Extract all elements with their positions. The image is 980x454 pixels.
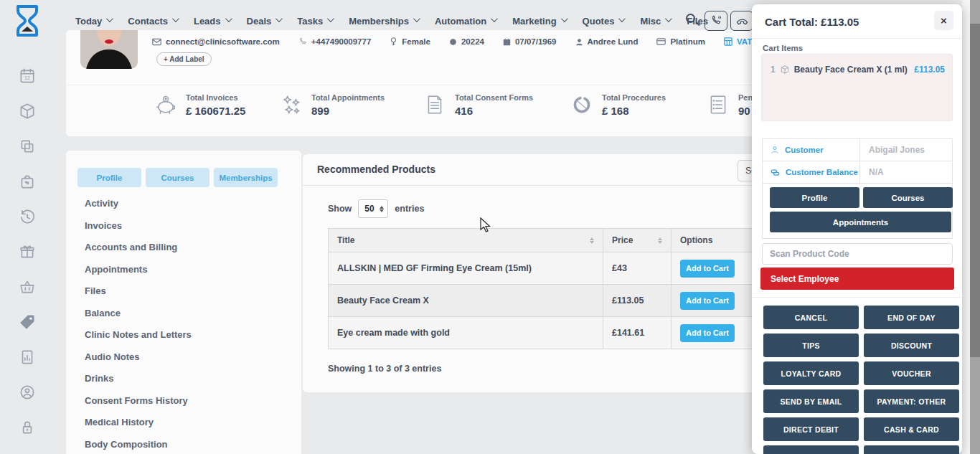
product-title-cell: Beauty Face Cream X <box>329 285 603 317</box>
package-icon <box>780 65 790 75</box>
customer-value[interactable]: Abigail Jones <box>860 139 952 161</box>
end-of-day-button[interactable]: END OF DAY <box>864 306 959 329</box>
clinicsoftware-logo[interactable] <box>11 4 43 37</box>
calendar-icon[interactable]: 12 <box>18 67 37 85</box>
shopping-bag-icon[interactable] <box>18 172 37 191</box>
scan-product-code-input[interactable] <box>762 243 953 265</box>
chevron-down-icon <box>413 15 420 22</box>
chevron-down-icon <box>491 15 498 22</box>
chevron-down-icon <box>618 15 626 22</box>
product-price-cell: £113.05 <box>603 285 672 317</box>
stat-total-appointments: Total Appointments899 <box>280 93 385 117</box>
table-entries-summary: Showing 1 to 3 of 3 entries <box>328 364 441 374</box>
send-by-email-button[interactable]: SEND BY EMAIL <box>763 389 859 413</box>
menu-item-accounts-and-billing[interactable]: Accounts and Billing <box>85 242 192 255</box>
menu-item-appointments[interactable]: Appointments <box>85 264 192 278</box>
menu-item-body-composition[interactable]: Body Composition <box>85 439 192 453</box>
nav-contacts[interactable]: Contacts <box>128 16 177 27</box>
menu-item-activity[interactable]: Activity <box>85 198 192 212</box>
nav-quotes[interactable]: Quotes <box>583 16 624 27</box>
column-header-title[interactable]: Title <box>329 229 603 252</box>
cart-action-button-partial[interactable] <box>763 445 859 454</box>
stat-total-consent-forms: Total Consent Forms416 <box>423 93 533 117</box>
user-circle-icon[interactable] <box>18 383 37 402</box>
cash-and-card-button[interactable]: CASH & CARD <box>864 417 959 441</box>
add-to-cart-button[interactable]: Add to Cart <box>680 260 735 278</box>
customer-label[interactable]: Customer <box>763 139 860 161</box>
product-price-cell: £43 <box>603 252 672 285</box>
spinner-icon <box>380 206 384 212</box>
donut-chart-icon <box>570 93 593 116</box>
add-label-button[interactable]: + Add Label <box>156 52 212 66</box>
item-name: Beauty Face Cream X (1 ml) <box>794 65 910 75</box>
direct-debit-button[interactable]: DIRECT DEBIT <box>763 417 859 441</box>
cart-courses-button[interactable]: Courses <box>863 187 953 208</box>
close-icon[interactable]: × <box>934 11 953 30</box>
discount-button[interactable]: DISCOUNT <box>864 334 959 357</box>
tab-courses[interactable]: Courses <box>146 168 209 187</box>
cart-items-label: Cart Items <box>763 44 803 52</box>
page-size-select[interactable]: 50 <box>358 199 388 218</box>
svg-text:12: 12 <box>24 75 30 80</box>
nav-today[interactable]: Today <box>75 16 111 27</box>
add-to-cart-button[interactable]: Add to Cart <box>680 292 735 310</box>
customer-balance-label[interactable]: Customer Balance <box>763 161 860 183</box>
product-title-cell: ALLSKIN | MED GF Firming Eye Cream (15ml… <box>329 252 603 285</box>
add-to-cart-button[interactable]: Add to Cart <box>680 324 735 342</box>
menu-item-files[interactable]: Files <box>85 285 192 299</box>
history-icon[interactable] <box>18 207 37 226</box>
search-icon[interactable] <box>686 14 695 23</box>
product-price-cell: £141.61 <box>603 317 672 349</box>
card-title: Recommended Products <box>317 164 435 175</box>
icon-sidebar: 12 <box>0 42 54 454</box>
cart-profile-button[interactable]: Profile <box>770 187 859 208</box>
payment-other-button[interactable]: PAYMENT: OTHER <box>864 389 959 413</box>
scrollbar-thumb[interactable] <box>970 24 980 357</box>
package-icon[interactable] <box>18 102 37 120</box>
nav-memberships[interactable]: Memberships <box>349 16 418 27</box>
customer-balance-row: Customer Balance N/A <box>763 161 952 184</box>
handset-button[interactable] <box>730 11 753 31</box>
chevron-down-icon <box>327 15 334 22</box>
cart-appointments-button[interactable]: Appointments <box>770 212 951 232</box>
cancel-button[interactable]: CANCEL <box>763 306 859 329</box>
chevron-down-icon <box>106 15 113 22</box>
menu-item-invoices[interactable]: Invoices <box>85 220 192 234</box>
nav-leads[interactable]: Leads <box>194 16 230 27</box>
cart-item-row[interactable]: 1 Beauty Face Cream X (1 ml) £113.05 <box>771 65 945 75</box>
menu-item-consent-forms-history[interactable]: Consent Forms History <box>85 395 192 409</box>
nav-misc[interactable]: Misc <box>640 16 670 27</box>
nav-tasks[interactable]: Tasks <box>297 16 332 27</box>
tab-profile[interactable]: Profile <box>77 168 141 187</box>
column-header-price[interactable]: Price <box>603 229 672 252</box>
nav-marketing[interactable]: Marketing <box>512 16 565 27</box>
copy-icon[interactable] <box>18 137 37 156</box>
tips-button[interactable]: TIPS <box>763 334 859 357</box>
lock-icon[interactable] <box>18 418 37 437</box>
price-tag-icon[interactable] <box>18 313 37 331</box>
report-icon[interactable] <box>18 348 37 366</box>
mouse-cursor <box>479 217 492 233</box>
phone-call-button[interactable] <box>705 11 727 31</box>
gift-icon[interactable] <box>18 242 37 261</box>
chevron-down-icon <box>225 15 232 22</box>
vertical-scrollbar[interactable] <box>970 0 980 454</box>
menu-item-clinic-notes[interactable]: Clinic Notes and Letters <box>85 329 192 343</box>
stat-total-procedures: Total Procedures£ 168 <box>570 93 666 117</box>
customer-balance-value[interactable]: N/A <box>860 161 952 183</box>
customer-section-panel: Profile Courses Memberships Activity Inv… <box>66 151 301 454</box>
menu-item-audio-notes[interactable]: Audio Notes <box>85 351 192 365</box>
product-title-cell: Eye cream made with gold <box>329 317 603 349</box>
nav-deals[interactable]: Deals <box>247 16 281 27</box>
menu-item-medical-history[interactable]: Medical History <box>85 417 192 430</box>
cart-drawer: Cart Total: £113.05 × Cart Items 1 Beaut… <box>752 4 962 454</box>
voucher-button[interactable]: VOUCHER <box>864 361 959 385</box>
tab-memberships[interactable]: Memberships <box>214 168 278 187</box>
menu-item-balance[interactable]: Balance <box>85 308 192 321</box>
loyalty-card-button[interactable]: LOYALTY CARD <box>763 361 859 385</box>
cart-action-button-partial[interactable] <box>864 445 959 454</box>
select-employee-button[interactable]: Select Employee <box>760 268 954 290</box>
menu-item-drinks[interactable]: Drinks <box>85 373 192 387</box>
basket-icon[interactable] <box>18 278 37 296</box>
nav-automation[interactable]: Automation <box>435 16 496 27</box>
